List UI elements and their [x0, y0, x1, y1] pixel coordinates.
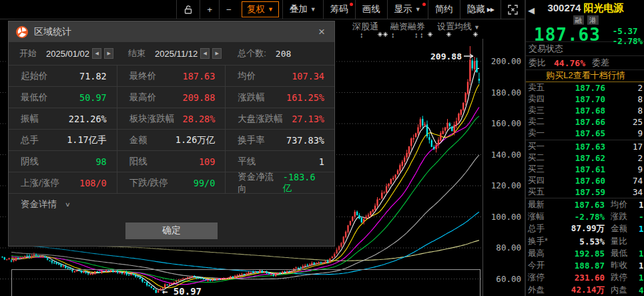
stat-value: 108/0 — [79, 178, 107, 188]
toolbar-adjust-button[interactable]: 复权▼ — [242, 1, 279, 17]
toolbar-lock-button[interactable] — [176, 0, 200, 19]
stat-row-7: 外盘42.14万内盘45 — [526, 284, 644, 296]
toolbar-zoom-in-label: + — [207, 5, 212, 15]
level-volume: 34 — [605, 187, 643, 197]
bid-row-1[interactable]: 买一187.6317 — [526, 141, 644, 152]
stat-label-right: 量比 — [611, 236, 639, 247]
stat-value-right: 1 — [639, 249, 643, 259]
stock-name: 阳光电源 — [584, 2, 624, 13]
stat-cell-0-2: 均价107.34 — [226, 65, 334, 87]
fund-detail-label: 资金详情 — [21, 198, 57, 210]
stat-value: 187.63 — [559, 200, 605, 210]
stock-tag-badge: 港 — [587, 15, 599, 25]
stat-row-6: 涨停231.60跌停1 — [526, 272, 644, 284]
stat-label-right: 金额 — [611, 223, 639, 235]
stat-label: 涨停 — [528, 272, 559, 283]
end-date-next-button[interactable]: ▶ — [212, 48, 222, 59]
stat-value: 187.63 — [183, 71, 216, 82]
stat-label: 大盘涨跌幅 — [238, 113, 283, 125]
end-date-value[interactable]: 2025/11/12 — [155, 49, 198, 59]
bid-row-2[interactable]: 买二187.622 — [526, 152, 644, 164]
region-selection-box — [11, 269, 480, 296]
stat-label: 下跌/跌停 — [129, 177, 168, 189]
stat-value: 109 — [199, 156, 215, 167]
start-date-label: 开始 — [19, 47, 37, 59]
svg-text:180.00: 180.00 — [491, 88, 521, 98]
dialog-titlebar: 区域统计 × — [9, 21, 334, 42]
ask-row-3[interactable]: 卖三187.688 — [526, 105, 644, 116]
dialog-filter-row: 开始 2025/01/02 ◀ ▶ 结束 2025/11/12 ◀ ▶ 总个数:… — [9, 42, 334, 65]
svg-text:209.88: 209.88 — [430, 51, 462, 61]
level-volume: 9 — [605, 164, 643, 174]
start-date-next-button[interactable]: ▶ — [104, 48, 113, 59]
stat-cell-3-0: 总手1.17亿手 — [9, 130, 117, 151]
stat-cell-1-0: 最低价50.97 — [9, 87, 117, 108]
weibi-label: 委比 — [529, 57, 546, 69]
toolbar-drawline-label: 画线 — [362, 3, 380, 15]
l2-purchase-link[interactable]: 购买L2查看十档行情 — [526, 69, 644, 82]
toolbar-zoom-in-button[interactable]: + — [200, 0, 219, 19]
double-arrow-icon: ▶▶ — [487, 7, 494, 13]
stat-value: 1.26万亿 — [176, 134, 216, 146]
stat-value: 161.25% — [286, 92, 324, 103]
ask-row-5[interactable]: 卖一187.659 — [526, 128, 644, 139]
stat-label: 阴线 — [21, 156, 39, 168]
order-book: 卖五187.762卖四187.708卖三187.688卖二187.6625卖一1… — [526, 82, 644, 198]
stat-label: 总手 — [21, 134, 39, 146]
stat-value-right: 1 — [639, 261, 643, 271]
price-row: 187.63 -5.37 -2.78% — [526, 25, 644, 46]
notification-dot — [350, 3, 353, 6]
toolbar-zoom-out-button[interactable]: − — [219, 0, 238, 19]
stat-value: 98 — [95, 156, 106, 167]
start-date-value[interactable]: 2025/01/02 — [46, 49, 89, 59]
stat-cell-3-2: 换手率737.83% — [226, 130, 334, 151]
stat-label: 最高 — [528, 248, 559, 259]
end-date-prev-button[interactable]: ◀ — [200, 48, 210, 59]
bid-row-3[interactable]: 买三187.619 — [526, 164, 644, 175]
quote-panel: ◀ 300274 阳光电源 融港 187.63 -5.37 -2.78% 交易状… — [525, 0, 644, 296]
stat-cell-0-0: 起始价71.82 — [9, 65, 117, 87]
toolbar-chips-button[interactable]: 筹码 — [323, 0, 355, 19]
stat-label: 起始价 — [21, 70, 48, 82]
ask-row-4[interactable]: 卖二187.6625 — [526, 116, 644, 128]
chart-header-links: 深股通 融资融券 设置均线▼ — [352, 21, 480, 33]
bid-row-4[interactable]: 买四187.6074 — [526, 175, 644, 186]
ask-row-1[interactable]: 卖五187.762 — [526, 82, 644, 94]
back-arrow-icon[interactable]: ◀ — [528, 5, 535, 15]
stat-row-5: 今开188.87昨收1 — [526, 259, 644, 271]
stat-label: 金额 — [129, 134, 147, 146]
statistics-table: 起始价71.82最终价187.63均价107.34最低价50.97最高价209.… — [9, 65, 334, 194]
toolbar-display-button[interactable]: 显示▼ — [387, 0, 428, 19]
fund-detail-toggle[interactable]: 资金详情 ∨ — [9, 194, 334, 215]
confirm-button[interactable]: 确定 — [125, 223, 218, 239]
toolbar-overlay-button[interactable]: 叠加▼ — [282, 0, 323, 19]
ask-row-2[interactable]: 卖四187.708 — [526, 94, 644, 105]
stat-row-2: 总手87.99万金额16 — [526, 223, 644, 235]
stat-value: 27.13% — [292, 114, 324, 124]
change-percent: -2.78% — [613, 36, 643, 46]
chevron-down-icon: ▼ — [474, 24, 480, 31]
level-label: 卖一 — [528, 128, 553, 139]
level-volume: 2 — [605, 153, 643, 163]
level-price: 187.60 — [553, 176, 605, 186]
toolbar-simple-button[interactable]: 简约 — [428, 0, 460, 19]
app-root: 60.0080.00100.00120.00140.00160.00180.00… — [0, 0, 644, 296]
close-icon[interactable]: × — [316, 26, 328, 37]
start-date-prev-button[interactable]: ◀ — [92, 48, 101, 59]
shenzhen-connect-link[interactable]: 深股通 — [352, 21, 378, 33]
stat-value: 5.53% — [559, 237, 605, 247]
quote-stats: 最新187.63均价1涨幅-2.78%涨跌-总手87.99万金额16换手*5.5… — [526, 198, 644, 296]
bid-row-5[interactable]: 买五187.5934 — [526, 186, 644, 198]
ma-settings-button[interactable]: 设置均线▼ — [437, 21, 480, 33]
stat-cell-4-0: 阴线98 — [9, 151, 117, 172]
margin-trading-link[interactable]: 融资融券 — [390, 21, 425, 33]
toolbar-fullscreen-button[interactable] — [501, 0, 525, 19]
toolbar-drawline-button[interactable]: 画线 — [355, 0, 387, 19]
level-label: 买五 — [528, 186, 553, 198]
stat-label: 振幅 — [21, 113, 39, 125]
stat-label: 资金净流向 — [238, 171, 282, 195]
toolbar-hide-button[interactable]: 隐藏▶▶ — [460, 0, 501, 19]
svg-text:80.00: 80.00 — [496, 243, 521, 253]
total-count-value: 208 — [276, 49, 291, 59]
stat-label: 换手率 — [238, 134, 265, 146]
